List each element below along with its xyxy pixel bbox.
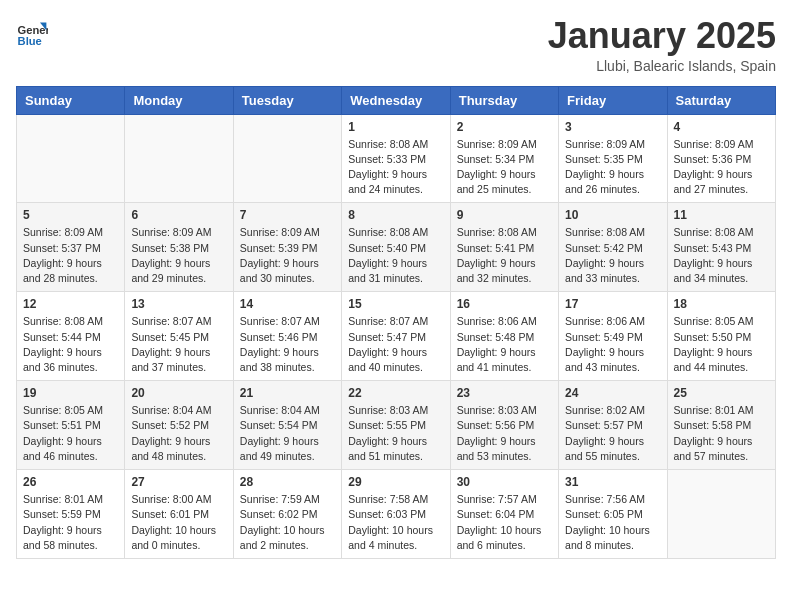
calendar-cell: 31Sunrise: 7:56 AM Sunset: 6:05 PM Dayli… bbox=[559, 470, 667, 559]
weekday-header-row: SundayMondayTuesdayWednesdayThursdayFrid… bbox=[17, 86, 776, 114]
calendar-cell: 27Sunrise: 8:00 AM Sunset: 6:01 PM Dayli… bbox=[125, 470, 233, 559]
weekday-header-wednesday: Wednesday bbox=[342, 86, 450, 114]
day-info: Sunrise: 8:06 AM Sunset: 5:48 PM Dayligh… bbox=[457, 314, 552, 375]
calendar-cell: 19Sunrise: 8:05 AM Sunset: 5:51 PM Dayli… bbox=[17, 381, 125, 470]
day-number: 18 bbox=[674, 297, 769, 311]
calendar-cell: 13Sunrise: 8:07 AM Sunset: 5:45 PM Dayli… bbox=[125, 292, 233, 381]
day-number: 14 bbox=[240, 297, 335, 311]
calendar-cell bbox=[125, 114, 233, 203]
day-info: Sunrise: 8:09 AM Sunset: 5:38 PM Dayligh… bbox=[131, 225, 226, 286]
day-info: Sunrise: 7:57 AM Sunset: 6:04 PM Dayligh… bbox=[457, 492, 552, 553]
page-header: General Blue January 2025 Llubi, Baleari… bbox=[16, 16, 776, 74]
calendar-cell: 8Sunrise: 8:08 AM Sunset: 5:40 PM Daylig… bbox=[342, 203, 450, 292]
day-number: 29 bbox=[348, 475, 443, 489]
day-number: 17 bbox=[565, 297, 660, 311]
day-info: Sunrise: 8:07 AM Sunset: 5:45 PM Dayligh… bbox=[131, 314, 226, 375]
day-info: Sunrise: 8:09 AM Sunset: 5:37 PM Dayligh… bbox=[23, 225, 118, 286]
day-info: Sunrise: 8:08 AM Sunset: 5:41 PM Dayligh… bbox=[457, 225, 552, 286]
day-number: 9 bbox=[457, 208, 552, 222]
calendar-cell: 18Sunrise: 8:05 AM Sunset: 5:50 PM Dayli… bbox=[667, 292, 775, 381]
day-info: Sunrise: 8:03 AM Sunset: 5:55 PM Dayligh… bbox=[348, 403, 443, 464]
calendar-cell: 30Sunrise: 7:57 AM Sunset: 6:04 PM Dayli… bbox=[450, 470, 558, 559]
calendar-cell: 25Sunrise: 8:01 AM Sunset: 5:58 PM Dayli… bbox=[667, 381, 775, 470]
day-info: Sunrise: 8:07 AM Sunset: 5:46 PM Dayligh… bbox=[240, 314, 335, 375]
calendar-week-row: 12Sunrise: 8:08 AM Sunset: 5:44 PM Dayli… bbox=[17, 292, 776, 381]
calendar-cell: 20Sunrise: 8:04 AM Sunset: 5:52 PM Dayli… bbox=[125, 381, 233, 470]
logo-icon: General Blue bbox=[16, 16, 48, 48]
calendar-cell: 9Sunrise: 8:08 AM Sunset: 5:41 PM Daylig… bbox=[450, 203, 558, 292]
day-info: Sunrise: 8:01 AM Sunset: 5:58 PM Dayligh… bbox=[674, 403, 769, 464]
day-number: 26 bbox=[23, 475, 118, 489]
day-number: 20 bbox=[131, 386, 226, 400]
day-number: 31 bbox=[565, 475, 660, 489]
location: Llubi, Balearic Islands, Spain bbox=[548, 58, 776, 74]
day-info: Sunrise: 8:08 AM Sunset: 5:43 PM Dayligh… bbox=[674, 225, 769, 286]
day-number: 16 bbox=[457, 297, 552, 311]
calendar-cell: 1Sunrise: 8:08 AM Sunset: 5:33 PM Daylig… bbox=[342, 114, 450, 203]
day-info: Sunrise: 8:00 AM Sunset: 6:01 PM Dayligh… bbox=[131, 492, 226, 553]
calendar-cell: 26Sunrise: 8:01 AM Sunset: 5:59 PM Dayli… bbox=[17, 470, 125, 559]
day-info: Sunrise: 7:56 AM Sunset: 6:05 PM Dayligh… bbox=[565, 492, 660, 553]
calendar-cell: 28Sunrise: 7:59 AM Sunset: 6:02 PM Dayli… bbox=[233, 470, 341, 559]
weekday-header-monday: Monday bbox=[125, 86, 233, 114]
calendar-cell bbox=[667, 470, 775, 559]
day-info: Sunrise: 8:09 AM Sunset: 5:34 PM Dayligh… bbox=[457, 137, 552, 198]
calendar-cell: 15Sunrise: 8:07 AM Sunset: 5:47 PM Dayli… bbox=[342, 292, 450, 381]
weekday-header-thursday: Thursday bbox=[450, 86, 558, 114]
calendar-cell: 22Sunrise: 8:03 AM Sunset: 5:55 PM Dayli… bbox=[342, 381, 450, 470]
calendar-cell: 24Sunrise: 8:02 AM Sunset: 5:57 PM Dayli… bbox=[559, 381, 667, 470]
day-number: 25 bbox=[674, 386, 769, 400]
day-number: 12 bbox=[23, 297, 118, 311]
day-info: Sunrise: 8:08 AM Sunset: 5:33 PM Dayligh… bbox=[348, 137, 443, 198]
day-number: 3 bbox=[565, 120, 660, 134]
month-title: January 2025 bbox=[548, 16, 776, 56]
calendar-cell: 11Sunrise: 8:08 AM Sunset: 5:43 PM Dayli… bbox=[667, 203, 775, 292]
day-info: Sunrise: 8:09 AM Sunset: 5:35 PM Dayligh… bbox=[565, 137, 660, 198]
day-info: Sunrise: 8:09 AM Sunset: 5:39 PM Dayligh… bbox=[240, 225, 335, 286]
calendar-cell: 10Sunrise: 8:08 AM Sunset: 5:42 PM Dayli… bbox=[559, 203, 667, 292]
day-info: Sunrise: 8:08 AM Sunset: 5:40 PM Dayligh… bbox=[348, 225, 443, 286]
calendar-week-row: 1Sunrise: 8:08 AM Sunset: 5:33 PM Daylig… bbox=[17, 114, 776, 203]
weekday-header-friday: Friday bbox=[559, 86, 667, 114]
weekday-header-tuesday: Tuesday bbox=[233, 86, 341, 114]
day-number: 6 bbox=[131, 208, 226, 222]
day-info: Sunrise: 7:59 AM Sunset: 6:02 PM Dayligh… bbox=[240, 492, 335, 553]
calendar-cell: 23Sunrise: 8:03 AM Sunset: 5:56 PM Dayli… bbox=[450, 381, 558, 470]
day-info: Sunrise: 8:05 AM Sunset: 5:51 PM Dayligh… bbox=[23, 403, 118, 464]
calendar-cell: 7Sunrise: 8:09 AM Sunset: 5:39 PM Daylig… bbox=[233, 203, 341, 292]
day-info: Sunrise: 8:05 AM Sunset: 5:50 PM Dayligh… bbox=[674, 314, 769, 375]
day-number: 19 bbox=[23, 386, 118, 400]
calendar-cell: 4Sunrise: 8:09 AM Sunset: 5:36 PM Daylig… bbox=[667, 114, 775, 203]
day-info: Sunrise: 8:07 AM Sunset: 5:47 PM Dayligh… bbox=[348, 314, 443, 375]
weekday-header-saturday: Saturday bbox=[667, 86, 775, 114]
day-number: 24 bbox=[565, 386, 660, 400]
day-info: Sunrise: 8:09 AM Sunset: 5:36 PM Dayligh… bbox=[674, 137, 769, 198]
day-number: 22 bbox=[348, 386, 443, 400]
day-number: 23 bbox=[457, 386, 552, 400]
day-info: Sunrise: 8:04 AM Sunset: 5:54 PM Dayligh… bbox=[240, 403, 335, 464]
day-info: Sunrise: 8:03 AM Sunset: 5:56 PM Dayligh… bbox=[457, 403, 552, 464]
svg-text:Blue: Blue bbox=[18, 35, 42, 47]
calendar-cell: 17Sunrise: 8:06 AM Sunset: 5:49 PM Dayli… bbox=[559, 292, 667, 381]
day-info: Sunrise: 8:06 AM Sunset: 5:49 PM Dayligh… bbox=[565, 314, 660, 375]
day-number: 4 bbox=[674, 120, 769, 134]
calendar-cell: 5Sunrise: 8:09 AM Sunset: 5:37 PM Daylig… bbox=[17, 203, 125, 292]
calendar-week-row: 5Sunrise: 8:09 AM Sunset: 5:37 PM Daylig… bbox=[17, 203, 776, 292]
calendar-cell: 29Sunrise: 7:58 AM Sunset: 6:03 PM Dayli… bbox=[342, 470, 450, 559]
calendar-cell bbox=[17, 114, 125, 203]
day-number: 7 bbox=[240, 208, 335, 222]
day-number: 15 bbox=[348, 297, 443, 311]
calendar-body: 1Sunrise: 8:08 AM Sunset: 5:33 PM Daylig… bbox=[17, 114, 776, 558]
day-number: 8 bbox=[348, 208, 443, 222]
day-number: 11 bbox=[674, 208, 769, 222]
title-block: January 2025 Llubi, Balearic Islands, Sp… bbox=[548, 16, 776, 74]
calendar-cell bbox=[233, 114, 341, 203]
day-number: 21 bbox=[240, 386, 335, 400]
day-info: Sunrise: 7:58 AM Sunset: 6:03 PM Dayligh… bbox=[348, 492, 443, 553]
calendar-cell: 21Sunrise: 8:04 AM Sunset: 5:54 PM Dayli… bbox=[233, 381, 341, 470]
calendar-cell: 14Sunrise: 8:07 AM Sunset: 5:46 PM Dayli… bbox=[233, 292, 341, 381]
day-number: 1 bbox=[348, 120, 443, 134]
day-number: 30 bbox=[457, 475, 552, 489]
day-number: 5 bbox=[23, 208, 118, 222]
calendar-cell: 6Sunrise: 8:09 AM Sunset: 5:38 PM Daylig… bbox=[125, 203, 233, 292]
